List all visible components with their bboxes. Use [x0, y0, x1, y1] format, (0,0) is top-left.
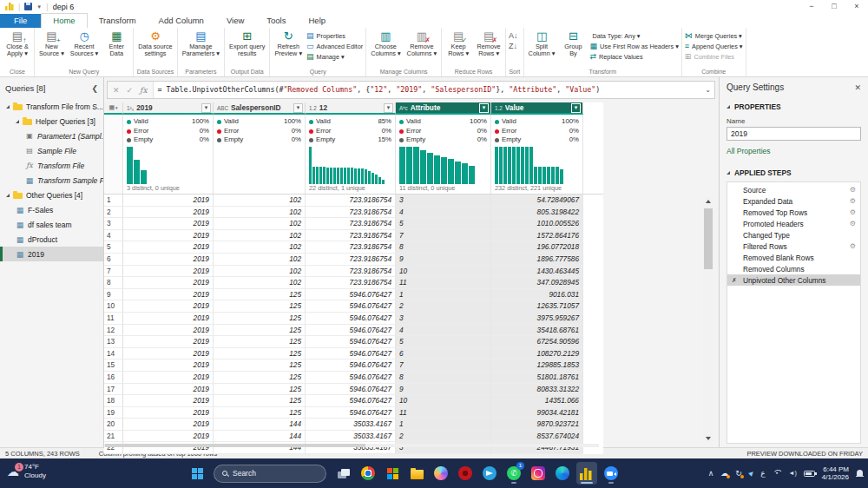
cell[interactable]: 2019: [123, 300, 214, 313]
row-number[interactable]: 1: [104, 195, 123, 207]
horizontal-scrollbar-thumb[interactable]: [105, 444, 365, 447]
query-item-f-sales[interactable]: ▦F-Sales: [0, 202, 103, 217]
minimize-button[interactable]: −: [800, 0, 823, 13]
value-distribution-chart[interactable]: [495, 147, 579, 185]
column-header-12[interactable]: 1.212▼: [306, 102, 396, 115]
cell[interactable]: 5: [396, 218, 491, 230]
query-item-dproduct[interactable]: ▦dProduct: [0, 232, 103, 247]
ribbon-button-group-by[interactable]: ⊟GroupBy: [559, 30, 587, 68]
cell[interactable]: 102: [214, 241, 306, 254]
ribbon-button-data-source-settings[interactable]: ⚙Data sourcesettings: [136, 30, 174, 68]
cell[interactable]: 125: [214, 300, 306, 313]
horizontal-scrollbar[interactable]: [104, 444, 599, 447]
cell[interactable]: 723.9186754: [306, 254, 396, 266]
cell[interactable]: 125: [214, 325, 306, 337]
row-number[interactable]: 2: [104, 207, 123, 219]
cell[interactable]: 35033.4167: [306, 419, 396, 431]
cell[interactable]: 1: [396, 419, 491, 431]
row-number[interactable]: 20: [104, 419, 123, 431]
cell[interactable]: 5946.076427: [306, 325, 396, 337]
cell[interactable]: 2019: [123, 266, 214, 278]
taskbar-weather-widget[interactable]: ☁1 74°F Cloudy: [7, 463, 46, 480]
cell[interactable]: 80833.31322: [491, 384, 583, 396]
taskbar-app-red[interactable]: [455, 462, 476, 485]
cell[interactable]: 99034.42181: [491, 407, 583, 419]
row-number[interactable]: 15: [104, 359, 123, 372]
cell[interactable]: 2019: [123, 207, 214, 219]
query-item-transform-file[interactable]: ƒxTransform File: [0, 158, 103, 173]
taskbar-app-whatsapp[interactable]: ✆1: [503, 462, 524, 485]
cell[interactable]: 35033.4167: [306, 431, 396, 443]
cell[interactable]: 5946.076427: [306, 313, 396, 325]
query-item-transform-sample-file[interactable]: ▦Transform Sample File: [0, 173, 103, 188]
cell[interactable]: 125: [214, 348, 306, 360]
location-icon[interactable]: ▶: [746, 468, 756, 478]
language-indicator[interactable]: ع: [760, 468, 765, 478]
row-number[interactable]: 21: [104, 431, 123, 443]
cell[interactable]: 8: [396, 372, 491, 384]
taskbar-app-copilot[interactable]: [431, 462, 451, 485]
cell[interactable]: 2019: [123, 336, 214, 348]
column-header-value[interactable]: 1.2Value▼: [491, 102, 583, 115]
volume-icon[interactable]: ◄): [789, 468, 797, 478]
cell[interactable]: 5946.076427: [306, 300, 396, 313]
scroll-down-icon[interactable]: [703, 433, 713, 444]
tab-home[interactable]: Home: [41, 13, 87, 28]
taskbar-app-store[interactable]: [382, 462, 403, 485]
cell[interactable]: 102: [214, 195, 306, 207]
formula-input[interactable]: = Table.UnpivotOtherColumns(#"Removed Co…: [154, 82, 701, 98]
cell[interactable]: 5946.076427: [306, 336, 396, 348]
row-number[interactable]: 7: [104, 266, 123, 278]
cell[interactable]: 144: [214, 419, 306, 431]
vertical-scrollbar-thumb[interactable]: [704, 208, 713, 269]
column-header-attribute[interactable]: AᵇcAttribute▼: [396, 102, 491, 115]
ribbon-button-replace-values[interactable]: ⇄Replace Values: [589, 52, 678, 61]
delete-step-icon[interactable]: ✗: [732, 277, 737, 284]
ribbon-button-sort-za-icon[interactable]: Z↓: [509, 42, 521, 50]
ribbon-button-keep-rows[interactable]: ▤✓KeepRows ▾: [444, 30, 472, 68]
cell[interactable]: 6: [396, 348, 491, 360]
cell[interactable]: 2019: [123, 431, 214, 443]
tab-help[interactable]: Help: [297, 14, 337, 28]
ribbon-button-close-apply[interactable]: ▤↑Close &Apply ▾: [3, 30, 31, 68]
step-settings-gear-icon[interactable]: ⚙: [850, 242, 856, 250]
applied-step-promoted-headers[interactable]: Promoted Headers⚙: [727, 218, 860, 229]
notifications-icon[interactable]: [856, 470, 864, 478]
select-all-corner[interactable]: ▦▾: [104, 102, 123, 115]
cell[interactable]: 2019: [123, 313, 214, 325]
cell[interactable]: 102: [214, 254, 306, 266]
column-header-salespersonid[interactable]: ABCSalespersonID▼: [214, 102, 306, 115]
cell[interactable]: 8537.674024: [491, 431, 583, 443]
taskbar-app-edge[interactable]: [552, 462, 573, 485]
cell[interactable]: 7: [396, 359, 491, 372]
ribbon-button-remove-rows[interactable]: ▤✗RemoveRows ▾: [475, 30, 503, 68]
cell[interactable]: 125: [214, 395, 306, 407]
cell[interactable]: 102: [214, 266, 306, 278]
quick-access-dropdown-icon[interactable]: ▼: [36, 4, 42, 10]
applied-step-removed-top-rows[interactable]: Removed Top Rows⚙: [727, 207, 860, 218]
cell[interactable]: 723.9186754: [306, 218, 396, 230]
vertical-scrollbar[interactable]: [703, 196, 713, 444]
column-header-2019[interactable]: 1²₃2019▼: [123, 102, 214, 115]
taskbar-app-chrome[interactable]: [358, 462, 378, 485]
column-type-icon-decimal-number[interactable]: 1.2: [309, 105, 317, 111]
row-number[interactable]: 4: [104, 230, 123, 242]
step-settings-gear-icon[interactable]: ⚙: [850, 197, 856, 205]
cell[interactable]: 9870.923721: [491, 419, 583, 431]
cell[interactable]: 10: [396, 266, 491, 278]
column-filter-icon[interactable]: ▼: [479, 103, 489, 113]
query-item-transform-file-from-s[interactable]: Transform File from S...: [0, 99, 103, 114]
column-type-icon-decimal-number[interactable]: 1.2: [495, 105, 503, 111]
row-number[interactable]: 17: [104, 384, 123, 396]
cell[interactable]: 14351.066: [491, 395, 583, 407]
cell[interactable]: 125: [214, 384, 306, 396]
cell[interactable]: 4: [396, 325, 491, 337]
row-number[interactable]: 11: [104, 313, 123, 325]
column-type-icon-text[interactable]: Aᵇc: [399, 105, 408, 111]
cell[interactable]: 723.9186754: [306, 266, 396, 278]
cell[interactable]: 125: [214, 289, 306, 301]
query-item-sample-file[interactable]: ▤Sample File: [0, 143, 103, 158]
query-item-2019[interactable]: ▦2019: [0, 247, 103, 261]
cell[interactable]: 723.9186754: [306, 207, 396, 219]
cell[interactable]: 5946.076427: [306, 372, 396, 384]
